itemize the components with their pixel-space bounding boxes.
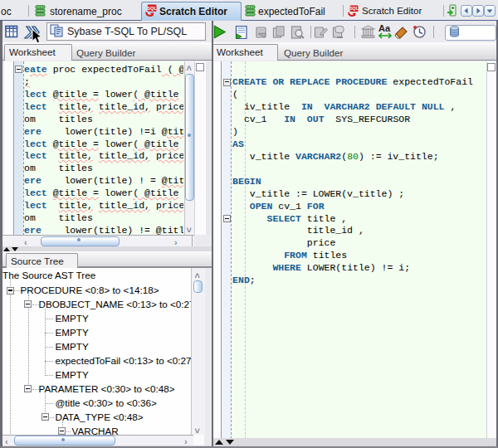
svg-text:SQL: SQL: [147, 6, 157, 11]
svg-text:SQL: SQL: [349, 6, 359, 11]
